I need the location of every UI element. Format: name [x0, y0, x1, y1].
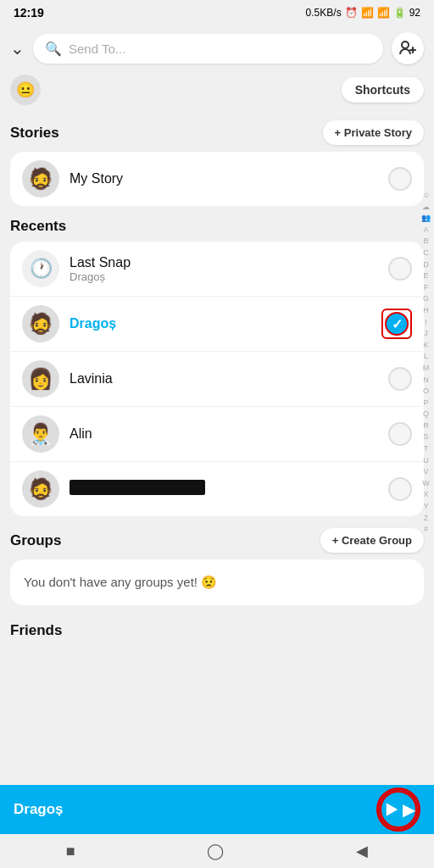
item-name: Lavinia — [70, 371, 378, 387]
list-item[interactable]: 🧔 Dragoș — [10, 296, 424, 351]
private-story-button[interactable]: + Private Story — [323, 120, 424, 145]
main-content: Stories + Private Story 🧔 My Story Recen… — [0, 112, 434, 653]
bottom-username: Dragoș — [14, 801, 64, 818]
avatar: 🧔 — [22, 160, 59, 198]
battery-level: 92 — [409, 7, 420, 19]
alpha-J[interactable]: J — [424, 328, 428, 339]
stories-title: Stories — [10, 125, 59, 142]
bottom-bar: Dragoș — [0, 785, 434, 834]
alpha-C[interactable]: C — [423, 248, 429, 259]
send-button-wrapper — [376, 787, 420, 832]
list-item[interactable]: 👩 Lavinia — [10, 351, 424, 406]
alpha-R[interactable]: R — [423, 420, 429, 431]
redacted-name — [70, 480, 205, 495]
alpha-X[interactable]: X — [423, 489, 428, 500]
friends-title: Friends — [10, 622, 62, 639]
alpha-A[interactable]: A — [423, 225, 428, 236]
groups-title: Groups — [10, 532, 61, 549]
alpha-Q[interactable]: Q — [423, 409, 429, 420]
clock-icon: 🕐 — [22, 250, 59, 287]
item-name-selected: Dragoș — [70, 316, 371, 331]
status-right: 0.5KB/s ⏰ 📶 📶 🔋 92 — [306, 7, 420, 19]
alpha-O[interactable]: O — [423, 386, 429, 397]
alpha-L[interactable]: L — [424, 351, 428, 362]
alpha-B[interactable]: B — [423, 236, 428, 247]
alpha-emoji1[interactable]: ☺ — [422, 190, 430, 201]
friends-section: Friends — [10, 605, 434, 653]
send-icon — [381, 799, 401, 820]
groups-section-header: Groups + Create Group — [10, 520, 434, 559]
recents-card: 🕐 Last Snap Dragoș 🧔 Dragoș 👩 Lavinia — [10, 242, 424, 516]
chevron-down-icon[interactable]: ⌄ — [10, 38, 25, 58]
search-placeholder: Send To... — [69, 42, 125, 56]
search-icon: 🔍 — [45, 41, 62, 57]
alpha-I[interactable]: I — [425, 317, 427, 328]
shortcuts-button[interactable]: Shortcuts — [342, 77, 424, 103]
nav-square-icon[interactable]: ■ — [66, 843, 75, 860]
alpha-group-icon[interactable]: 👥 — [421, 213, 431, 224]
alpha-Y[interactable]: Y — [423, 501, 428, 512]
battery-icon: 🔋 — [393, 7, 406, 19]
select-radio[interactable] — [388, 422, 412, 446]
status-time: 12:19 — [14, 6, 44, 19]
signal-icon: 📶 — [361, 7, 374, 19]
alpha-V[interactable]: V — [423, 466, 428, 477]
stories-section-header: Stories + Private Story — [10, 112, 434, 152]
list-item[interactable]: 🧔 My Story — [10, 152, 424, 206]
user-emoji-avatar: 😐 — [10, 75, 41, 105]
network-speed: 0.5KB/s — [306, 7, 342, 19]
status-bar: 12:19 0.5KB/s ⏰ 📶 📶 🔋 92 — [0, 0, 434, 25]
alphabet-sidebar: ☺ ☁ 👥 A B C D E F G H I J K L M N O P Q … — [418, 186, 434, 538]
select-radio[interactable] — [388, 257, 412, 281]
item-name: Alin — [70, 426, 378, 442]
alpha-D[interactable]: D — [423, 259, 429, 270]
alpha-K[interactable]: K — [423, 340, 428, 351]
select-radio[interactable] — [388, 167, 412, 191]
item-sub: Dragoș — [70, 270, 378, 283]
list-item[interactable]: 👨‍⚕️ Alin — [10, 406, 424, 461]
alpha-hash[interactable]: # — [424, 524, 428, 535]
alpha-W[interactable]: W — [422, 478, 430, 489]
send-button[interactable] — [379, 790, 418, 829]
alpha-U[interactable]: U — [423, 455, 429, 466]
alpha-G[interactable]: G — [423, 293, 429, 304]
alpha-emoji2[interactable]: ☁ — [422, 202, 430, 213]
wifi-icon: 📶 — [377, 7, 390, 19]
recents-section-header: Recents — [10, 209, 434, 242]
alarm-icon: ⏰ — [345, 7, 358, 19]
shortcuts-row: 😐 Shortcuts — [0, 71, 434, 112]
friends-section-header: Friends — [10, 614, 434, 646]
alpha-H[interactable]: H — [423, 305, 429, 316]
avatar: 👩 — [22, 360, 59, 398]
nav-triangle-icon[interactable]: ◀ — [356, 842, 368, 860]
alpha-N[interactable]: N — [423, 375, 429, 386]
add-friends-button[interactable] — [392, 32, 424, 64]
select-radio[interactable] — [388, 477, 412, 501]
list-item[interactable]: 🧔 — [10, 461, 424, 516]
nav-circle-icon[interactable]: ◯ — [207, 842, 224, 860]
selected-radio-wrapper — [381, 309, 412, 339]
android-nav-bar: ■ ◯ ◀ — [0, 834, 434, 868]
add-friends-icon — [398, 39, 417, 58]
item-name: Last Snap — [70, 255, 378, 270]
create-group-button[interactable]: + Create Group — [320, 528, 424, 553]
recents-title: Recents — [10, 218, 66, 235]
avatar: 👨‍⚕️ — [22, 415, 59, 453]
search-bar[interactable]: 🔍 Send To... — [33, 34, 383, 64]
alpha-P[interactable]: P — [423, 398, 428, 409]
select-radio[interactable] — [388, 367, 412, 391]
alpha-T[interactable]: T — [424, 443, 429, 454]
alpha-S[interactable]: S — [423, 431, 428, 442]
alpha-E[interactable]: E — [423, 270, 428, 281]
header: ⌄ 🔍 Send To... — [0, 25, 434, 71]
alpha-M[interactable]: M — [423, 363, 430, 374]
svg-point-0 — [402, 42, 409, 48]
avatar: 🧔 — [22, 470, 59, 508]
alpha-F[interactable]: F — [424, 282, 429, 293]
avatar: 🧔 — [22, 305, 59, 342]
alpha-Z[interactable]: Z — [424, 513, 429, 524]
list-item[interactable]: 🕐 Last Snap Dragoș — [10, 242, 424, 296]
stories-card: 🧔 My Story — [10, 152, 424, 206]
select-radio-checked[interactable] — [385, 312, 409, 336]
item-name: My Story — [70, 171, 378, 186]
